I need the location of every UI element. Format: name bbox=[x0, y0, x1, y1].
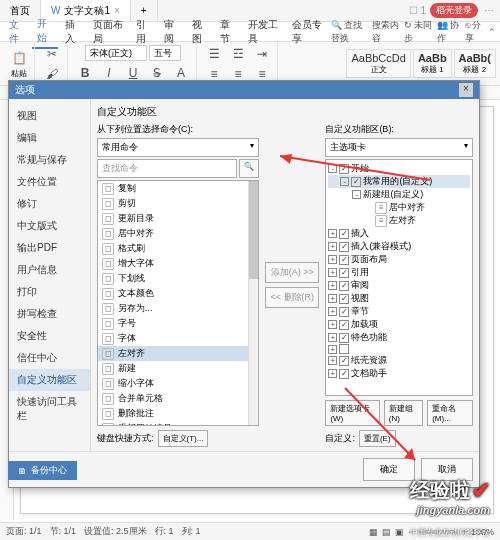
style-h2[interactable]: AaBb( 标题 2 bbox=[454, 49, 496, 78]
expand-icon[interactable]: + bbox=[328, 255, 337, 264]
font-select[interactable]: 宋体(正文) bbox=[85, 45, 147, 61]
command-item[interactable]: ◻合并单元格 bbox=[98, 391, 248, 406]
checkbox[interactable]: ✓ bbox=[339, 333, 349, 343]
command-item[interactable]: ◻下划线 bbox=[98, 271, 248, 286]
more-icon[interactable]: ⋯ bbox=[484, 5, 494, 16]
login-button[interactable]: 稻壳登录 bbox=[430, 3, 478, 18]
tree-item[interactable]: +✓纸壳资源 bbox=[328, 354, 470, 367]
bullets-button[interactable]: ☰ bbox=[203, 44, 225, 64]
nav-item[interactable]: 安全性 bbox=[9, 325, 90, 347]
checkbox[interactable]: ✓ bbox=[339, 242, 349, 252]
ok-button[interactable]: 确定 bbox=[363, 458, 415, 481]
tree-item[interactable]: +✓审阅 bbox=[328, 279, 470, 292]
nav-item[interactable]: 用户信息 bbox=[9, 259, 90, 281]
backup-center-button[interactable]: 🗎 备份中心 bbox=[8, 461, 77, 480]
tree-item[interactable]: + bbox=[328, 344, 470, 354]
checkbox[interactable]: ✓ bbox=[351, 177, 361, 187]
nav-item[interactable]: 视图 bbox=[9, 105, 90, 127]
rename-button[interactable]: 重命名(M)... bbox=[427, 400, 473, 426]
style-normal[interactable]: AaBbCcDd 正文 bbox=[346, 49, 410, 78]
nav-item[interactable]: 编辑 bbox=[9, 127, 90, 149]
command-item[interactable]: ◻居中对齐 bbox=[98, 226, 248, 241]
search-content[interactable]: 搜索内容 bbox=[372, 19, 399, 45]
command-item[interactable]: ◻缩小字体 bbox=[98, 376, 248, 391]
expand-icon[interactable]: + bbox=[328, 281, 337, 290]
tree-item[interactable]: +✓插入(兼容模式) bbox=[328, 240, 470, 253]
checkbox[interactable] bbox=[339, 344, 349, 354]
command-item[interactable]: ◻删除批注 bbox=[98, 406, 248, 421]
status-page[interactable]: 页面: 1/1 bbox=[6, 525, 42, 538]
reset-button[interactable]: 重置(E) bbox=[359, 430, 396, 447]
ribbon-tab-addin[interactable]: 会员专享 bbox=[287, 16, 329, 48]
nav-item[interactable]: 信任中心 bbox=[9, 347, 90, 369]
command-item[interactable]: ◻更新目录 bbox=[98, 211, 248, 226]
expand-icon[interactable]: + bbox=[328, 294, 337, 303]
command-item[interactable]: ◻文本颜色 bbox=[98, 286, 248, 301]
tree-item[interactable]: +✓特色功能 bbox=[328, 331, 470, 344]
expand-icon[interactable]: + bbox=[328, 268, 337, 277]
command-search-input[interactable]: 查找命令 bbox=[97, 159, 237, 178]
close-icon[interactable]: × bbox=[114, 5, 120, 16]
checkbox[interactable]: ✓ bbox=[339, 294, 349, 304]
expand-icon[interactable]: + bbox=[328, 242, 337, 251]
sync-status[interactable]: ↻ 未同步 bbox=[404, 19, 433, 45]
tree-item[interactable]: -✓开始 bbox=[328, 162, 470, 175]
search-button[interactable]: 🔍 bbox=[239, 159, 259, 178]
expand-icon[interactable]: + bbox=[328, 333, 337, 342]
tree-item[interactable]: +✓加载项 bbox=[328, 318, 470, 331]
tree-item[interactable]: +✓文档助手 bbox=[328, 367, 470, 380]
find-replace[interactable]: 🔍 查找替换 bbox=[331, 19, 369, 45]
checkbox[interactable]: ✓ bbox=[339, 320, 349, 330]
command-item[interactable]: ◻新建 bbox=[98, 361, 248, 376]
remove-button[interactable]: << 删除(R) bbox=[265, 287, 319, 308]
share-button[interactable]: ⎋ 分享 bbox=[465, 19, 484, 45]
nav-item[interactable]: 打印 bbox=[9, 281, 90, 303]
view-mode-icon[interactable]: ▤ bbox=[382, 527, 391, 537]
command-item[interactable]: ◻格式刷 bbox=[98, 241, 248, 256]
expand-icon[interactable]: + bbox=[328, 229, 337, 238]
tree-item[interactable]: -✓我常用的(自定义) bbox=[328, 175, 470, 188]
paste-button[interactable]: 📋 bbox=[8, 48, 30, 68]
nav-item[interactable]: 中文版式 bbox=[9, 215, 90, 237]
collapse-ribbon-icon[interactable]: ⌃ bbox=[488, 27, 496, 37]
dialog-close-button[interactable]: × bbox=[459, 83, 473, 97]
expand-icon[interactable]: + bbox=[328, 320, 337, 329]
tree-item[interactable]: ≡左对齐 bbox=[328, 214, 470, 227]
style-h1[interactable]: AaBb 标题 1 bbox=[413, 49, 452, 78]
nav-item[interactable]: 拼写检查 bbox=[9, 303, 90, 325]
expand-icon[interactable]: + bbox=[328, 307, 337, 316]
command-category-select[interactable]: 常用命令 ▾ bbox=[97, 138, 259, 157]
cut-button[interactable]: ✂ bbox=[41, 44, 63, 64]
new-tab-button[interactable]: 新建选项卡(W) bbox=[325, 400, 379, 426]
command-item[interactable]: ◻字号 bbox=[98, 316, 248, 331]
ribbon-tabs-select[interactable]: 主选项卡 ▾ bbox=[325, 138, 473, 157]
add-button[interactable]: 添加(A) >> bbox=[265, 262, 319, 283]
checkbox[interactable]: ✓ bbox=[339, 307, 349, 317]
checkbox[interactable]: ✓ bbox=[339, 281, 349, 291]
nav-item[interactable]: 输出PDF bbox=[9, 237, 90, 259]
view-mode-icon[interactable]: ▦ bbox=[369, 527, 378, 537]
nav-item[interactable]: 修订 bbox=[9, 193, 90, 215]
nav-item[interactable]: 文件位置 bbox=[9, 171, 90, 193]
nav-item[interactable]: 快速访问工具栏 bbox=[9, 391, 90, 427]
command-item[interactable]: ◻重新开始编号 bbox=[98, 421, 248, 425]
tree-item[interactable]: ≡居中对齐 bbox=[328, 201, 470, 214]
command-item[interactable]: ◻左对齐 bbox=[98, 346, 248, 361]
tree-item[interactable]: +✓插入 bbox=[328, 227, 470, 240]
nav-item[interactable]: 自定义功能区 bbox=[9, 369, 90, 391]
tree-item[interactable]: +✓页面布局 bbox=[328, 253, 470, 266]
tree-item[interactable]: +✓视图 bbox=[328, 292, 470, 305]
command-item[interactable]: ◻剪切 bbox=[98, 196, 248, 211]
nav-item[interactable]: 常规与保存 bbox=[9, 149, 90, 171]
view-mode-icon[interactable]: ▣ bbox=[395, 527, 404, 537]
tree-item[interactable]: -新建组(自定义) bbox=[328, 188, 470, 201]
scrollbar[interactable] bbox=[248, 181, 258, 425]
checkbox[interactable]: ✓ bbox=[339, 268, 349, 278]
coop-button[interactable]: 👥 协作 bbox=[437, 19, 461, 45]
ribbon-tree[interactable]: -✓开始-✓我常用的(自定义)-新建组(自定义)≡居中对齐≡左对齐+✓插入+✓插… bbox=[325, 159, 473, 396]
checkbox[interactable]: ✓ bbox=[339, 229, 349, 239]
checkbox[interactable]: ✓ bbox=[339, 164, 349, 174]
indent-button[interactable]: ⇥ bbox=[251, 44, 273, 64]
expand-icon[interactable]: + bbox=[328, 356, 337, 365]
expand-icon[interactable]: + bbox=[328, 345, 337, 354]
